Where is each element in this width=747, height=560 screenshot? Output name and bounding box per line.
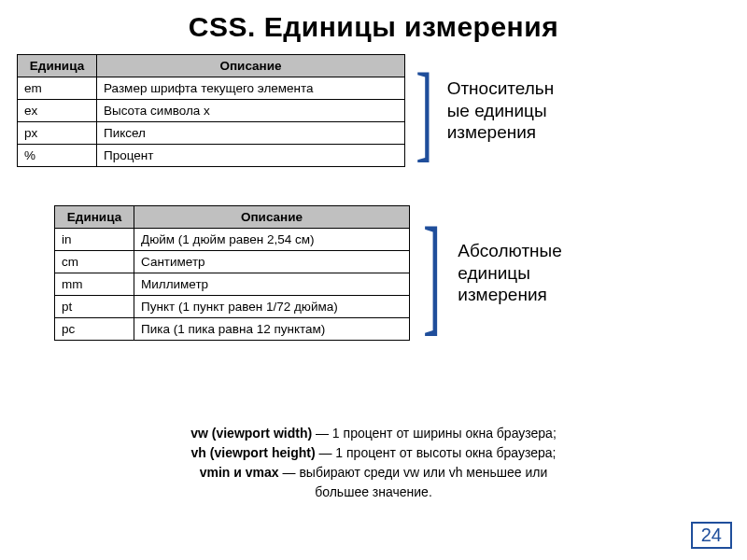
desc-cell: Размер шрифта текущего элемента	[97, 77, 405, 100]
table-row: pc Пика (1 пика равна 12 пунктам)	[55, 318, 410, 341]
unit-cell: mm	[55, 273, 134, 296]
vw-term: vw (viewport width)	[190, 426, 312, 441]
label-line: измерения	[458, 285, 546, 304]
table-row: ex Высота символа x	[18, 100, 405, 122]
table-row: em Размер шрифта текущего элемента	[18, 77, 405, 100]
unit-cell: pc	[55, 318, 134, 341]
unit-cell: pt	[55, 296, 134, 318]
vh-desc: — 1 процент от высоты окна браузера;	[316, 445, 557, 460]
vh-term: vh (viewport height)	[191, 445, 316, 460]
page-number: 24	[691, 522, 732, 549]
desc-cell: Процент	[97, 145, 405, 167]
vminmax-desc2: большее значение.	[315, 484, 432, 499]
label-line: измерения	[447, 122, 536, 142]
desc-cell: Пиксел	[97, 122, 405, 145]
table-row: % Процент	[18, 145, 405, 167]
header-unit: Единица	[55, 206, 134, 229]
desc-cell: Пункт (1 пункт равен 1/72 дюйма)	[134, 296, 410, 318]
relative-units-section: Единица Описание em Размер шрифта текуще…	[17, 54, 554, 167]
label-line: Абсолютные	[458, 241, 562, 260]
vminmax-term: vmin и vmax	[200, 465, 279, 480]
desc-cell: Пика (1 пика равна 12 пунктам)	[134, 318, 410, 341]
table-row: mm Миллиметр	[55, 273, 410, 296]
header-desc: Описание	[134, 206, 410, 229]
header-desc: Описание	[97, 55, 405, 77]
unit-cell: %	[18, 145, 97, 167]
label-line: ые единицы	[447, 101, 547, 120]
absolute-units-section: Единица Описание in Дюйм (1 дюйм равен 2…	[54, 205, 562, 341]
label-line: единицы	[458, 263, 530, 283]
absolute-units-label: Абсолютные единицы измерения	[458, 240, 562, 306]
label-line: Относительн	[447, 78, 555, 98]
table-header-row: Единица Описание	[55, 206, 410, 229]
footer-notes: vw (viewport width) — 1 процент от ширин…	[0, 424, 747, 502]
table-row: px Пиксел	[18, 122, 405, 145]
unit-cell: in	[55, 229, 134, 251]
header-unit: Единица	[18, 55, 97, 77]
desc-cell: Высота символа x	[97, 100, 405, 122]
table-row: pt Пункт (1 пункт равен 1/72 дюйма)	[55, 296, 410, 318]
unit-cell: px	[18, 122, 97, 145]
vminmax-desc: — выбирают среди vw или vh меньшее или	[279, 465, 548, 480]
unit-cell: cm	[55, 251, 134, 273]
desc-cell: Сантиметр	[134, 251, 410, 273]
slide-title: CSS. Единицы измерения	[0, 0, 747, 52]
relative-units-label: Относительн ые единицы измерения	[447, 77, 555, 144]
desc-cell: Миллиметр	[134, 273, 410, 296]
table-header-row: Единица Описание	[18, 55, 405, 77]
unit-cell: ex	[18, 100, 97, 122]
absolute-units-table: Единица Описание in Дюйм (1 дюйм равен 2…	[54, 205, 410, 341]
vw-desc: — 1 процент от ширины окна браузера;	[312, 426, 557, 441]
unit-cell: em	[18, 77, 97, 100]
table-row: cm Сантиметр	[55, 251, 410, 273]
relative-units-table: Единица Описание em Размер шрифта текуще…	[17, 54, 405, 167]
table-row: in Дюйм (1 дюйм равен 2,54 см)	[55, 229, 410, 251]
desc-cell: Дюйм (1 дюйм равен 2,54 см)	[134, 229, 410, 251]
